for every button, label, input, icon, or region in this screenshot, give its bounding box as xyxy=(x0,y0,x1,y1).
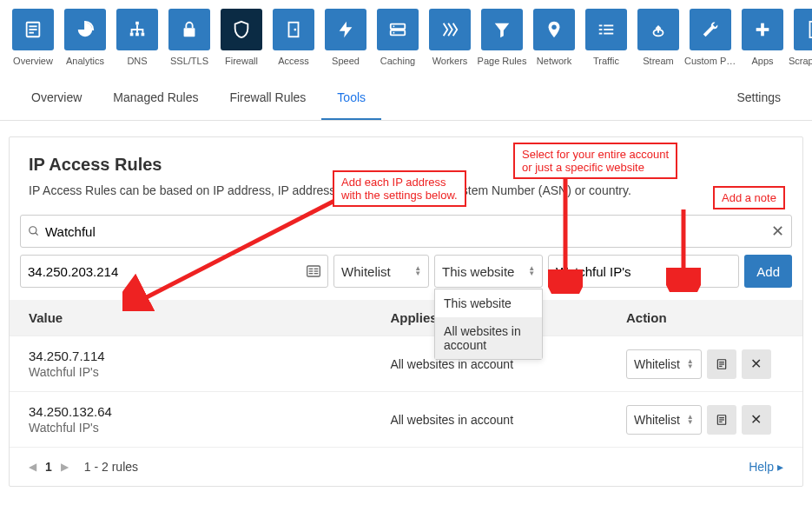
analytics-icon xyxy=(64,9,106,50)
svg-rect-11 xyxy=(391,24,406,29)
subtab-overview[interactable]: Overview xyxy=(16,76,97,120)
nav-tile-custom-pa-[interactable]: Custom Pa... xyxy=(686,9,735,66)
rule-ip: 34.250.7.114 xyxy=(29,349,390,363)
nav-tile-stream[interactable]: Stream xyxy=(634,9,683,66)
scope-select[interactable]: This website ▲▼ This websiteAll websites… xyxy=(434,255,543,288)
nav-tile-page-rules[interactable]: Page Rules xyxy=(478,9,526,66)
nav-tile-dns[interactable]: DNS xyxy=(113,9,162,66)
svg-point-15 xyxy=(551,25,557,30)
nav-tile-ssl-tls[interactable]: SSL/TLS xyxy=(165,9,214,66)
prev-page-icon[interactable]: ◀ xyxy=(29,461,36,473)
nav-tile-firewall[interactable]: Firewall xyxy=(217,9,266,66)
pin-icon xyxy=(533,9,575,50)
svg-rect-8 xyxy=(184,28,195,37)
cache-icon xyxy=(377,9,419,50)
subtab-settings[interactable]: Settings xyxy=(721,76,796,120)
nav-tile-workers[interactable]: Workers xyxy=(426,9,474,66)
rule-note: Watchful IP's xyxy=(29,421,390,435)
wrench-icon xyxy=(690,9,731,50)
search-icon xyxy=(28,225,40,237)
ip-input-wrap[interactable] xyxy=(20,255,328,288)
note-button[interactable] xyxy=(707,405,736,435)
nav-tile-scrape-shi-[interactable]: Scrape Shi... xyxy=(790,9,812,66)
svg-point-10 xyxy=(294,29,296,31)
note-input[interactable] xyxy=(556,264,731,279)
doc-icon xyxy=(794,9,812,50)
add-button[interactable]: Add xyxy=(744,255,792,288)
ip-input[interactable] xyxy=(28,264,307,279)
sub-tabs: OverviewManaged RulesFirewall RulesTools… xyxy=(0,76,812,121)
stream-icon xyxy=(637,9,679,50)
scope-dropdown: This websiteAll websites in account xyxy=(434,289,543,360)
next-page-icon[interactable]: ▶ xyxy=(61,461,69,473)
nav-tile-access[interactable]: Access xyxy=(269,9,318,66)
svg-point-13 xyxy=(393,25,395,27)
search-input[interactable] xyxy=(45,224,771,239)
dns-icon xyxy=(116,9,158,50)
select-arrows-icon: ▲▼ xyxy=(528,266,535,276)
svg-rect-18 xyxy=(599,33,603,35)
svg-line-27 xyxy=(36,233,38,236)
svg-rect-34 xyxy=(314,273,319,274)
nav-tile-analytics[interactable]: Analytics xyxy=(61,9,109,66)
svg-rect-41 xyxy=(719,419,724,420)
ip-suffix-icon xyxy=(307,265,320,277)
svg-rect-30 xyxy=(309,270,314,271)
svg-rect-32 xyxy=(314,269,319,269)
traffic-icon xyxy=(585,9,627,50)
svg-rect-6 xyxy=(135,33,139,37)
scope-select-label: This website xyxy=(442,264,514,279)
action-select-label: Whitelist xyxy=(341,264,391,279)
note-button[interactable] xyxy=(707,349,736,379)
svg-rect-2 xyxy=(29,29,36,30)
overview-icon xyxy=(12,9,54,50)
top-nav: OverviewAnalyticsDNSSSL/TLSFirewallAcces… xyxy=(0,0,812,66)
select-arrows-icon: ▲▼ xyxy=(414,266,421,276)
scope-option[interactable]: This website xyxy=(435,289,542,317)
ip-access-rules-panel: IP Access Rules IP Access Rules can be b… xyxy=(9,136,803,487)
search-field[interactable]: ✕ xyxy=(20,215,792,248)
svg-rect-3 xyxy=(29,32,34,34)
scope-option[interactable]: All websites in account xyxy=(435,317,542,359)
table-header: Value Applies to Action xyxy=(10,300,802,336)
delete-button[interactable]: ✕ xyxy=(742,349,771,379)
svg-rect-23 xyxy=(756,28,769,31)
nav-tile-network[interactable]: Network xyxy=(530,9,578,66)
subtab-firewall-rules[interactable]: Firewall Rules xyxy=(214,76,321,120)
col-value-header: Value xyxy=(29,310,390,325)
workers-icon xyxy=(429,9,471,50)
svg-rect-19 xyxy=(604,25,613,27)
nav-tile-traffic[interactable]: Traffic xyxy=(582,9,630,66)
annotation-note: Add a note xyxy=(713,186,785,209)
select-arrows-icon: ▲▼ xyxy=(687,415,694,425)
subtab-tools[interactable]: Tools xyxy=(321,76,381,120)
lock-icon xyxy=(168,9,210,50)
annotation-scope: Select for your entire account or just a… xyxy=(513,143,677,179)
rule-action-select[interactable]: Whitelist▲▼ xyxy=(626,349,702,379)
help-link[interactable]: Help ▸ xyxy=(749,460,783,474)
col-action-header: Action xyxy=(626,310,783,325)
table-footer: ◀ 1 ▶ 1 - 2 rules Help ▸ xyxy=(10,447,802,486)
svg-rect-7 xyxy=(142,33,145,37)
subtab-managed-rules[interactable]: Managed Rules xyxy=(97,76,214,120)
action-select[interactable]: Whitelist ▲▼ xyxy=(333,255,429,288)
rule-ip: 34.250.132.64 xyxy=(29,404,390,419)
note-input-wrap[interactable] xyxy=(548,255,739,288)
nav-tile-caching[interactable]: Caching xyxy=(373,9,422,66)
rule-note: Watchful IP's xyxy=(29,365,390,379)
svg-rect-16 xyxy=(599,25,603,27)
svg-rect-40 xyxy=(719,417,724,418)
rule-action-select[interactable]: Whitelist▲▼ xyxy=(626,405,702,435)
nav-tile-apps[interactable]: Apps xyxy=(738,9,787,66)
nav-tile-speed[interactable]: Speed xyxy=(321,9,370,66)
svg-rect-33 xyxy=(314,270,319,271)
delete-button[interactable]: ✕ xyxy=(742,405,771,435)
clear-icon[interactable]: ✕ xyxy=(771,222,784,241)
rule-count: 1 - 2 rules xyxy=(84,460,138,474)
svg-rect-12 xyxy=(391,30,406,35)
svg-rect-42 xyxy=(719,421,723,422)
svg-rect-36 xyxy=(719,362,724,362)
nav-tile-overview[interactable]: Overview xyxy=(9,9,57,66)
page-number[interactable]: 1 xyxy=(45,460,52,474)
plus-icon xyxy=(742,9,783,50)
